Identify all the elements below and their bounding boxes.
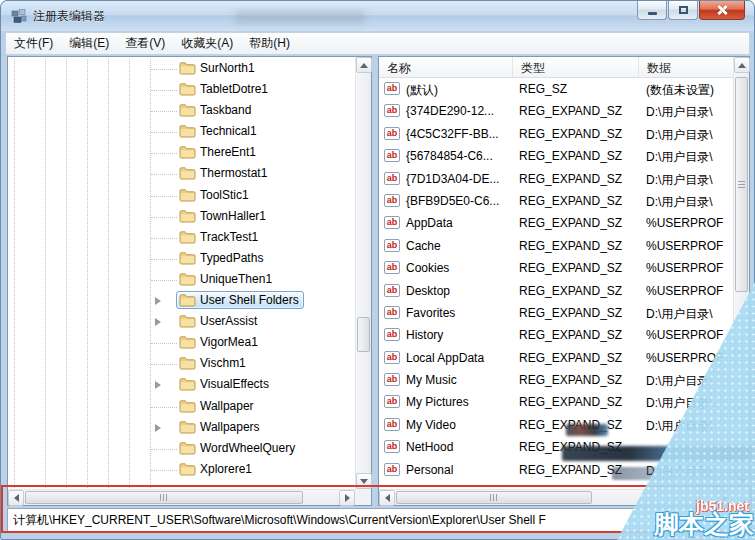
tree-connector bbox=[151, 238, 177, 239]
list-vertical-scrollbar[interactable] bbox=[733, 57, 749, 489]
reg-string-icon: ab bbox=[384, 194, 400, 207]
value-row[interactable]: abMy MusicREG_EXPAND_SZD:\用户目录\ bbox=[379, 369, 733, 391]
tree-item[interactable]: VigorMea1 bbox=[8, 333, 354, 354]
tree-node[interactable]: ToolStic1 bbox=[176, 186, 254, 204]
column-header[interactable]: 类型 bbox=[513, 57, 639, 77]
value-row[interactable]: abMy VideoREG_EXPAND_SZD:\用户目录\ bbox=[379, 414, 733, 436]
scroll-down-button[interactable] bbox=[356, 473, 372, 489]
tree-hscroll-thumb[interactable] bbox=[25, 491, 303, 504]
tree-item[interactable]: WordWheelQuery bbox=[8, 439, 354, 460]
tree-vscroll-thumb[interactable] bbox=[357, 317, 370, 352]
scroll-down-button[interactable] bbox=[734, 473, 750, 489]
tree-item[interactable]: Xplorere1 bbox=[8, 460, 354, 481]
tree-node[interactable]: TypedPaths bbox=[176, 249, 268, 267]
tree-node[interactable]: Taskband bbox=[176, 101, 256, 119]
list-horizontal-scrollbar[interactable] bbox=[379, 489, 733, 505]
tree-vertical-scrollbar[interactable] bbox=[355, 57, 371, 489]
scroll-up-button[interactable] bbox=[734, 57, 750, 73]
value-row[interactable]: ab{7D1D3A04-DE...REG_EXPAND_SZD:\用户目录\ bbox=[379, 168, 733, 190]
column-header[interactable]: 名称 bbox=[379, 57, 513, 77]
folder-icon bbox=[179, 293, 196, 307]
title-bar[interactable]: 注册表编辑器 bbox=[1, 1, 754, 31]
value-row[interactable]: abCookiesREG_EXPAND_SZ%USERPROF bbox=[379, 257, 733, 279]
scroll-left-button[interactable] bbox=[8, 490, 24, 506]
value-row[interactable]: ab{4C5C32FF-BB...REG_EXPAND_SZD:\用户目录\ bbox=[379, 123, 733, 145]
tree-node[interactable]: SurNorth1 bbox=[176, 59, 260, 77]
menu-item[interactable]: 收藏夹(A) bbox=[173, 32, 241, 55]
tree-item[interactable]: TownHaller1 bbox=[8, 207, 354, 228]
value-row[interactable]: abNetHoodREG_EXPAND_SZ bbox=[379, 436, 733, 458]
tree-node[interactable]: ThereEnt1 bbox=[176, 143, 261, 161]
tree-node[interactable]: Thermostat1 bbox=[176, 164, 272, 182]
value-row[interactable]: abAppDataREG_EXPAND_SZ%USERPROF bbox=[379, 212, 733, 234]
tree-item[interactable]: Taskband bbox=[8, 101, 354, 122]
tree-node[interactable]: VisualEffects bbox=[176, 375, 274, 393]
list-vscroll-thumb[interactable] bbox=[735, 77, 748, 292]
tree-node[interactable]: WordWheelQuery bbox=[176, 439, 300, 457]
tree-item-label: ToolStic1 bbox=[200, 188, 249, 202]
tree-node[interactable]: UserAssist bbox=[176, 312, 262, 330]
value-row[interactable]: ab{BFB9D5E0-C6...REG_EXPAND_SZD:\用户目录\ bbox=[379, 190, 733, 212]
tree-item[interactable]: Wallpaper bbox=[8, 397, 354, 418]
tree-node[interactable]: Technical1 bbox=[176, 122, 262, 140]
tree-item[interactable]: UniqueThen1 bbox=[8, 270, 354, 291]
tree-node[interactable]: TrackTest1 bbox=[176, 228, 263, 246]
tree-node[interactable]: VigorMea1 bbox=[176, 333, 263, 351]
arrow-down-icon bbox=[360, 479, 368, 484]
expand-arrow-icon[interactable] bbox=[155, 424, 165, 432]
value-row[interactable]: abPersonalREG_EXPAND_SZD:\用户目录\ bbox=[379, 459, 733, 481]
tree-node[interactable]: TabletDotre1 bbox=[176, 80, 273, 98]
maximize-button[interactable] bbox=[668, 1, 698, 20]
tree-node[interactable]: Wallpapers bbox=[176, 418, 265, 436]
tree-item[interactable]: Technical1 bbox=[8, 122, 354, 143]
scroll-right-button[interactable] bbox=[717, 490, 733, 506]
tree-item[interactable]: Thermostat1 bbox=[8, 164, 354, 185]
tree-item[interactable]: Wallpapers bbox=[8, 418, 354, 439]
value-row[interactable]: abDesktopREG_EXPAND_SZ%USERPROF bbox=[379, 280, 733, 302]
tree-item[interactable]: TypedPaths bbox=[8, 249, 354, 270]
expand-arrow-icon[interactable] bbox=[155, 381, 165, 389]
minimize-button[interactable] bbox=[637, 1, 667, 20]
tree-item[interactable]: ToolStic1 bbox=[8, 186, 354, 207]
value-row[interactable]: abHistoryREG_EXPAND_SZ%USERPROF bbox=[379, 324, 733, 346]
tree-item[interactable]: TabletDotre1 bbox=[8, 80, 354, 101]
tree-horizontal-scrollbar[interactable] bbox=[8, 489, 355, 505]
tree-node[interactable]: UniqueThen1 bbox=[176, 270, 277, 288]
scroll-right-button[interactable] bbox=[339, 490, 355, 506]
close-button[interactable] bbox=[699, 1, 745, 20]
tree-item[interactable]: SurNorth1 bbox=[8, 59, 354, 80]
list-hscroll-thumb[interactable] bbox=[396, 491, 592, 504]
menu-item[interactable]: 帮助(H) bbox=[241, 32, 298, 55]
tree-node[interactable]: TownHaller1 bbox=[176, 207, 271, 225]
value-row[interactable]: ab{374DE290-12...REG_EXPAND_SZD:\用户目录\ bbox=[379, 100, 733, 122]
menu-item[interactable]: 编辑(E) bbox=[61, 32, 117, 55]
tree-connector bbox=[151, 280, 177, 281]
menu-item[interactable]: 文件(F) bbox=[6, 32, 61, 55]
scroll-left-button[interactable] bbox=[379, 490, 395, 506]
expand-arrow-icon[interactable] bbox=[155, 318, 165, 326]
tree-item[interactable]: User Shell Folders bbox=[8, 291, 354, 312]
tree-connector bbox=[151, 132, 177, 133]
value-row[interactable]: abCacheREG_EXPAND_SZ%USERPROF bbox=[379, 235, 733, 257]
value-row[interactable]: ab{56784854-C6...REG_EXPAND_SZD:\用户目录\ bbox=[379, 145, 733, 167]
value-row[interactable]: ab(默认)REG_SZ(数值未设置) bbox=[379, 78, 733, 100]
value-row[interactable]: abLocal AppDataREG_EXPAND_SZ%USERPROF bbox=[379, 347, 733, 369]
value-row[interactable]: abMy PicturesREG_EXPAND_SZD:\用户目录\ bbox=[379, 391, 733, 413]
expand-arrow-icon[interactable] bbox=[155, 297, 165, 305]
tree-item[interactable]: VisualEffects bbox=[8, 375, 354, 396]
column-header[interactable]: 数据 bbox=[639, 57, 735, 77]
tree-item[interactable]: ThereEnt1 bbox=[8, 143, 354, 164]
tree-node[interactable]: Xplorere1 bbox=[176, 460, 257, 478]
value-row[interactable]: abFavoritesREG_EXPAND_SZD:\用户目录\ bbox=[379, 302, 733, 324]
value-data: D:\用户目录\ bbox=[646, 127, 733, 144]
tree-node[interactable]: Wallpaper bbox=[176, 397, 259, 415]
tree-item[interactable]: TrackTest1 bbox=[8, 228, 354, 249]
folder-icon bbox=[179, 209, 196, 223]
tree-node[interactable]: Vischm1 bbox=[176, 354, 251, 372]
scroll-up-button[interactable] bbox=[356, 57, 372, 73]
menu-item[interactable]: 查看(V) bbox=[117, 32, 173, 55]
tree-item[interactable]: Vischm1 bbox=[8, 354, 354, 375]
tree-item[interactable]: UserAssist bbox=[8, 312, 354, 333]
tree-node-selected[interactable]: User Shell Folders bbox=[176, 291, 304, 309]
value-data: (数值未设置) bbox=[646, 82, 733, 99]
